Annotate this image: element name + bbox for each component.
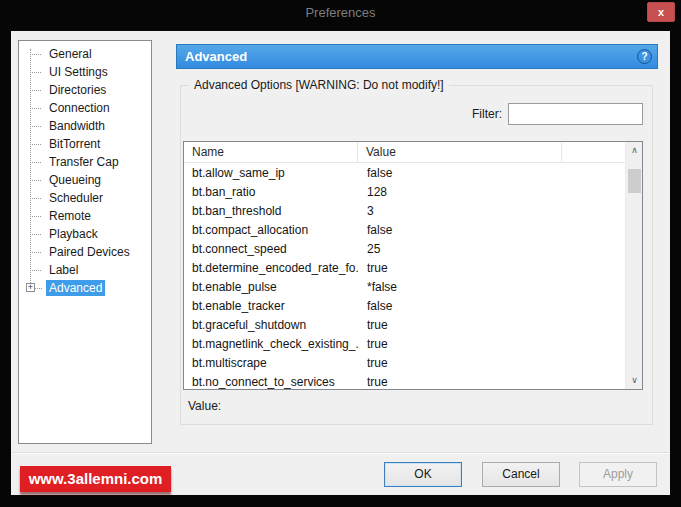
sidebar-item-label: Connection [46,100,113,116]
table-row[interactable]: bt.allow_same_ipfalse [184,164,625,183]
column-header-name[interactable]: Name [184,142,358,162]
window-title: Preferences [0,5,681,20]
sidebar-item-ui-settings[interactable]: UI Settings [19,63,151,81]
groupbox-legend: Advanced Options [WARNING: Do not modify… [189,78,449,92]
page-title: Advanced [185,49,247,64]
help-icon[interactable]: ? [637,49,652,64]
sidebar-item-label: Bandwidth [46,118,108,134]
expand-plus-icon[interactable]: + [26,283,35,292]
sidebar-item-scheduler[interactable]: Scheduler [19,189,151,207]
table-row[interactable]: bt.magnetlink_check_existing_...true [184,335,625,354]
sidebar-item-remote[interactable]: Remote [19,207,151,225]
setting-value: *false [358,278,397,297]
setting-value: true [358,373,388,389]
setting-name: bt.enable_pulse [184,278,358,297]
table-row[interactable]: bt.determine_encoded_rate_fo...true [184,259,625,278]
sidebar-item-label: Queueing [46,172,104,188]
cancel-button[interactable]: Cancel [482,462,560,487]
setting-name: bt.enable_tracker [184,297,358,316]
sidebar-item-label: Playback [46,226,101,242]
sidebar-item-bandwidth[interactable]: Bandwidth [19,117,151,135]
vertical-scrollbar[interactable]: ∧ ∨ [625,142,642,389]
setting-name: bt.no_connect_to_services [184,373,358,389]
setting-name: bt.magnetlink_check_existing_... [184,335,358,354]
dialog-content: GeneralUI SettingsDirectoriesConnectionB… [11,31,670,495]
sidebar-item-bittorrent[interactable]: BitTorrent [19,135,151,153]
setting-value: false [358,221,392,240]
setting-value: 25 [358,240,380,259]
sidebar-item-queueing[interactable]: Queueing [19,171,151,189]
sidebar-item-transfer-cap[interactable]: Transfer Cap [19,153,151,171]
setting-value: true [358,316,388,335]
setting-value: false [358,164,392,183]
setting-value: 128 [358,183,387,202]
setting-value: true [358,335,388,354]
sidebar-item-label: BitTorrent [46,136,103,152]
watermark-badge: www.3allemni.com [20,466,171,492]
setting-value: true [358,259,388,278]
setting-name: bt.ban_ratio [184,183,358,202]
sidebar-item-label: Remote [46,208,94,224]
setting-name: bt.ban_threshold [184,202,358,221]
close-button[interactable]: x [647,2,675,22]
setting-name: bt.determine_encoded_rate_fo... [184,259,358,278]
sidebar-item-label: UI Settings [46,64,111,80]
setting-value: true [358,354,388,373]
scroll-down-icon[interactable]: ∨ [626,372,643,389]
settings-nav-panel: GeneralUI SettingsDirectoriesConnectionB… [18,40,152,444]
ok-button[interactable]: OK [384,462,462,487]
table-row[interactable]: bt.compact_allocationfalse [184,221,625,240]
advanced-options-groupbox: Advanced Options [WARNING: Do not modify… [180,85,653,425]
filter-label: Filter: [472,107,502,121]
sidebar-item-label: Transfer Cap [46,154,122,170]
sidebar-item-label: Advanced [46,280,105,296]
setting-name: bt.compact_allocation [184,221,358,240]
sidebar-item-label: Directories [46,82,109,98]
sidebar-item-label[interactable]: Label [19,261,151,279]
apply-button[interactable]: Apply [579,462,657,487]
sidebar-item-directories[interactable]: Directories [19,81,151,99]
table-row[interactable]: bt.multiscrapetrue [184,354,625,373]
help-glyph: ? [641,51,647,62]
table-row[interactable]: bt.enable_pulse*false [184,278,625,297]
column-header-value[interactable]: Value [358,142,562,162]
setting-name: bt.connect_speed [184,240,358,259]
table-row[interactable]: bt.enable_trackerfalse [184,297,625,316]
setting-name: bt.multiscrape [184,354,358,373]
sidebar-tree: GeneralUI SettingsDirectoriesConnectionB… [19,41,151,297]
bottom-divider [11,452,670,454]
column-header-spacer [562,142,625,162]
table-row[interactable]: bt.ban_threshold3 [184,202,625,221]
sidebar-item-playback[interactable]: Playback [19,225,151,243]
preferences-window: Preferences x GeneralUI SettingsDirector… [0,0,681,507]
setting-value: false [358,297,392,316]
table-header: Name Value [184,142,625,163]
sidebar-item-label: Paired Devices [46,244,133,260]
table-row[interactable]: bt.ban_ratio128 [184,183,625,202]
sidebar-item-general[interactable]: General [19,45,151,63]
page-header: Advanced ? [176,44,658,69]
title-bar: Preferences x [0,0,681,31]
table-row[interactable]: bt.connect_speed25 [184,240,625,259]
sidebar-item-label: Scheduler [46,190,106,206]
scrollbar-thumb[interactable] [628,169,641,193]
sidebar-item-label: Label [46,262,81,278]
sidebar-item-connection[interactable]: Connection [19,99,151,117]
close-icon: x [658,6,664,18]
sidebar-item-advanced[interactable]: +Advanced [19,279,151,297]
table-row[interactable]: bt.no_connect_to_servicestrue [184,373,625,389]
setting-name: bt.allow_same_ip [184,164,358,183]
settings-table: Name Value bt.allow_same_ipfalsebt.ban_r… [183,141,643,390]
table-row[interactable]: bt.graceful_shutdowntrue [184,316,625,335]
value-label: Value: [188,399,221,413]
setting-value: 3 [358,202,374,221]
setting-name: bt.graceful_shutdown [184,316,358,335]
sidebar-item-paired-devices[interactable]: Paired Devices [19,243,151,261]
grid-body: bt.allow_same_ipfalsebt.ban_ratio128bt.b… [184,164,625,389]
sidebar-item-label: General [46,46,95,62]
filter-input[interactable] [508,103,643,125]
scroll-up-icon[interactable]: ∧ [626,142,643,159]
